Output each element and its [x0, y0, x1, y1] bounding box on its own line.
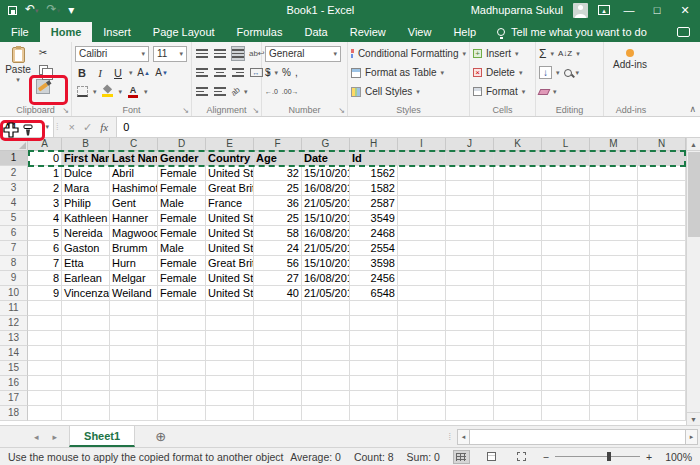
cell-B5[interactable]: Kathleen [62, 211, 110, 226]
align-right-button[interactable] [231, 65, 245, 80]
row-header-1[interactable]: 1 [0, 151, 28, 166]
cell-E7[interactable]: United States [206, 241, 254, 256]
close-button[interactable]: ✕ [676, 4, 694, 17]
cell-G3[interactable]: 16/08/2016 [302, 181, 350, 196]
cell-E10[interactable]: United States [206, 286, 254, 301]
cell-M15[interactable] [590, 361, 638, 376]
cancel-icon[interactable]: × [69, 121, 75, 133]
cell-G16[interactable] [302, 376, 350, 391]
cell-I12[interactable] [398, 316, 446, 331]
column-header-g[interactable]: G [302, 138, 350, 151]
cell-K13[interactable] [494, 331, 542, 346]
cell-L16[interactable] [542, 376, 590, 391]
cell-B13[interactable] [62, 331, 110, 346]
cell-J15[interactable] [446, 361, 494, 376]
column-header-e[interactable]: E [206, 138, 254, 151]
cell-L5[interactable] [542, 211, 590, 226]
cell-N8[interactable] [638, 256, 686, 271]
comma-style-button[interactable]: , [295, 67, 298, 78]
cell-A16[interactable] [28, 376, 62, 391]
cell-F3[interactable]: 25 [254, 181, 302, 196]
cell-H3[interactable]: 1582 [350, 181, 398, 196]
cell-E11[interactable] [206, 301, 254, 316]
cell-K3[interactable] [494, 181, 542, 196]
cell-M11[interactable] [590, 301, 638, 316]
cell-G14[interactable] [302, 346, 350, 361]
cell-M17[interactable] [590, 391, 638, 406]
cell-D12[interactable] [158, 316, 206, 331]
cell-G1[interactable]: Date [302, 151, 350, 166]
cell-E6[interactable]: United States [206, 226, 254, 241]
cell-H13[interactable] [350, 331, 398, 346]
cell-D10[interactable]: Female [158, 286, 206, 301]
cell-I13[interactable] [398, 331, 446, 346]
column-header-d[interactable]: D [158, 138, 206, 151]
cell-G6[interactable]: 16/08/2016 [302, 226, 350, 241]
increase-indent-button[interactable] [213, 84, 227, 99]
align-left-button[interactable] [195, 65, 209, 80]
cell-I7[interactable] [398, 241, 446, 256]
cell-C9[interactable]: Melgar [110, 271, 158, 286]
tab-page-layout[interactable]: Page Layout [142, 22, 226, 42]
scroll-up-icon[interactable]: ▲ [687, 138, 700, 151]
cell-A11[interactable] [28, 301, 62, 316]
cell-C15[interactable] [110, 361, 158, 376]
cell-L4[interactable] [542, 196, 590, 211]
cell-H12[interactable] [350, 316, 398, 331]
scroll-down-icon[interactable]: ▼ [687, 412, 700, 425]
cell-B18[interactable] [62, 406, 110, 421]
tab-data[interactable]: Data [293, 22, 338, 42]
cell-G2[interactable]: 15/10/2017 [302, 166, 350, 181]
row-header-7[interactable]: 7 [0, 241, 28, 256]
cell-A8[interactable]: 7 [28, 256, 62, 271]
tab-view[interactable]: View [397, 22, 443, 42]
cell-K2[interactable] [494, 166, 542, 181]
cell-B11[interactable] [62, 301, 110, 316]
cell-G9[interactable]: 16/08/2016 [302, 271, 350, 286]
cell-I6[interactable] [398, 226, 446, 241]
cell-B4[interactable]: Philip [62, 196, 110, 211]
percent-style-button[interactable]: % [282, 67, 291, 78]
cell-F14[interactable] [254, 346, 302, 361]
chevron-down-icon[interactable]: ▾ [576, 69, 580, 77]
cell-I17[interactable] [398, 391, 446, 406]
cell-J13[interactable] [446, 331, 494, 346]
vertical-scrollbar[interactable]: ▲ ▼ [686, 138, 700, 425]
row-header-9[interactable]: 9 [0, 271, 28, 286]
increase-font-button[interactable]: A▲ [137, 65, 151, 80]
cell-H14[interactable] [350, 346, 398, 361]
cell-L6[interactable] [542, 226, 590, 241]
cell-D18[interactable] [158, 406, 206, 421]
cell-G4[interactable]: 21/05/2015 [302, 196, 350, 211]
cell-L13[interactable] [542, 331, 590, 346]
tab-splitter-handle[interactable]: ⁞ [448, 426, 451, 447]
cell-N6[interactable] [638, 226, 686, 241]
underline-button[interactable]: U [111, 65, 125, 80]
cell-L3[interactable] [542, 181, 590, 196]
cell-K7[interactable] [494, 241, 542, 256]
cell-C18[interactable] [110, 406, 158, 421]
cell-L9[interactable] [542, 271, 590, 286]
cell-C2[interactable]: Abril [110, 166, 158, 181]
row-header-14[interactable]: 14 [0, 346, 28, 361]
cell-H10[interactable]: 6548 [350, 286, 398, 301]
tab-insert[interactable]: Insert [92, 22, 142, 42]
cell-J7[interactable] [446, 241, 494, 256]
cell-D7[interactable]: Male [158, 241, 206, 256]
orientation-button[interactable]: ab [229, 85, 242, 98]
format-cells-button[interactable]: Format ▾ [473, 83, 532, 100]
cell-E5[interactable]: United States [206, 211, 254, 226]
cell-B3[interactable]: Mara [62, 181, 110, 196]
cell-H5[interactable]: 3549 [350, 211, 398, 226]
cell-B1[interactable]: First Name [62, 151, 110, 166]
cell-M5[interactable] [590, 211, 638, 226]
sort-filter-button[interactable]: A↓Z [558, 49, 572, 58]
column-header-c[interactable]: C [110, 138, 158, 151]
cell-D16[interactable] [158, 376, 206, 391]
row-header-10[interactable]: 10 [0, 286, 28, 301]
cell-A3[interactable]: 2 [28, 181, 62, 196]
cell-M12[interactable] [590, 316, 638, 331]
cell-N9[interactable] [638, 271, 686, 286]
insert-function-icon[interactable]: fx [100, 121, 108, 133]
cell-N5[interactable] [638, 211, 686, 226]
